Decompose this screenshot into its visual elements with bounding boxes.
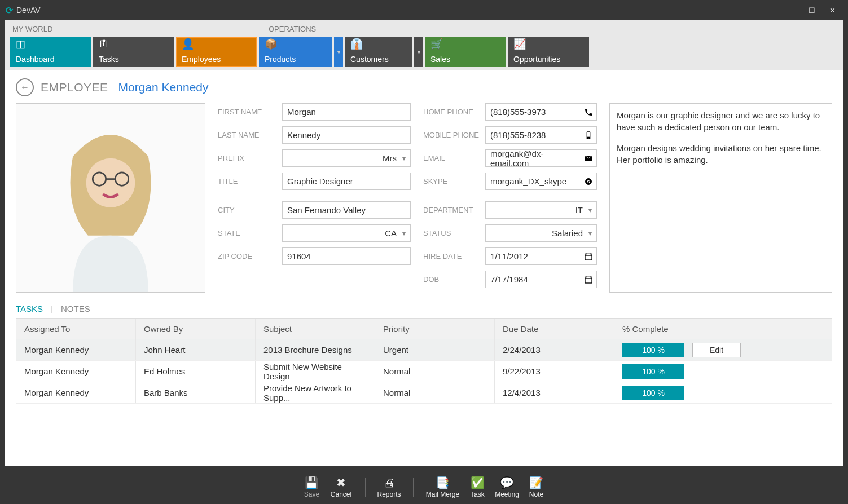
mobile-phone-input[interactable]: (818)555-8238: [485, 126, 597, 144]
home-phone-label: HOME PHONE: [423, 108, 485, 116]
footer-cancel-button[interactable]: ✖Cancel: [327, 476, 356, 498]
pct-badge: 100 %: [622, 343, 684, 357]
ribbon-section-myworld: MY WORLD: [10, 25, 266, 33]
first-name-label: FIRST NAME: [218, 108, 282, 116]
meeting-icon: 💬: [500, 476, 514, 489]
tab-notes[interactable]: NOTES: [61, 304, 90, 313]
tie-icon: 👔: [350, 39, 407, 49]
status-select[interactable]: Salaried: [485, 224, 597, 242]
col-assigned[interactable]: Assigned To: [16, 319, 136, 339]
zip-label: ZIP CODE: [218, 252, 282, 260]
department-label: DEPARTMENT: [423, 206, 485, 214]
footer-save-button[interactable]: 💾Save: [297, 476, 327, 498]
cancel-icon: ✖: [336, 476, 346, 489]
state-label: STATE: [218, 229, 282, 237]
tile-opportunities[interactable]: 📈Opportunities: [508, 37, 589, 67]
notes-p1: Morgan is our graphic designer and we ar…: [617, 109, 825, 133]
page-header: ← EMPLOYEE Morgan Kennedy: [16, 78, 832, 96]
table-row[interactable]: Morgan KennedyBarb BanksProvide New Artw…: [16, 382, 832, 404]
mobile-phone-label: MOBILE PHONE: [423, 131, 485, 139]
skype-icon: S: [584, 177, 593, 186]
prefix-label: PREFIX: [218, 154, 282, 162]
save-icon: 💾: [305, 476, 319, 489]
svg-rect-7: [587, 132, 590, 136]
email-label: EMAIL: [423, 154, 485, 162]
table-row[interactable]: Morgan KennedyEd HolmesSubmit New Websit…: [16, 361, 832, 382]
pct-badge: 100 %: [622, 386, 684, 400]
dashboard-icon: ◫: [16, 39, 86, 49]
last-name-label: LAST NAME: [218, 131, 282, 139]
edit-button[interactable]: Edit: [692, 343, 741, 357]
tile-products[interactable]: 📦Products: [259, 37, 332, 67]
skype-input[interactable]: morgank_DX_skypeS: [485, 173, 597, 190]
tile-customers[interactable]: 👔Customers: [345, 37, 412, 67]
footer-note-button[interactable]: 📝Note: [522, 476, 551, 498]
calendar-icon[interactable]: [584, 252, 593, 261]
back-button[interactable]: ←: [16, 78, 34, 96]
table-row[interactable]: Morgan KennedyJohn Heart2013 Brochure De…: [16, 339, 832, 361]
title-label: TITLE: [218, 177, 282, 185]
col-priority[interactable]: Priority: [375, 319, 495, 339]
hire-date-input[interactable]: 1/11/2012: [485, 247, 597, 265]
footer-reports-button[interactable]: 🖨Reports: [375, 476, 404, 498]
printer-icon: 🖨: [384, 476, 395, 489]
pct-badge: 100 %: [622, 364, 684, 379]
dob-label: DOB: [423, 275, 485, 284]
box-icon: 📦: [265, 39, 327, 49]
tab-tasks[interactable]: TASKS: [16, 304, 43, 313]
svg-rect-11: [585, 254, 592, 260]
svg-point-8: [588, 138, 588, 138]
tile-employees[interactable]: 👤Employees: [176, 37, 257, 67]
title-input[interactable]: Graphic Designer: [282, 173, 411, 190]
mailmerge-icon: 📑: [436, 476, 450, 489]
tile-customers-dropdown[interactable]: ▾: [414, 37, 423, 67]
subtabs: TASKS | NOTES: [16, 304, 832, 313]
app-logo-icon: ⟳: [6, 5, 13, 16]
person-icon: 👤: [182, 39, 252, 49]
department-select[interactable]: IT: [485, 201, 597, 219]
svg-rect-15: [585, 277, 592, 283]
tile-tasks[interactable]: 🗓Tasks: [93, 37, 174, 67]
email-input[interactable]: morgank@dx-email.com: [485, 149, 597, 167]
last-name-input[interactable]: Kennedy: [282, 126, 411, 144]
notes-p2: Morgan designs wedding invitations on he…: [617, 142, 825, 166]
grid-header-row: Assigned To Owned By Subject Priority Du…: [16, 318, 832, 339]
employee-notes[interactable]: Morgan is our graphic designer and we ar…: [609, 103, 832, 293]
svg-text:S: S: [587, 179, 590, 184]
state-select[interactable]: CA: [282, 224, 411, 242]
first-name-input[interactable]: Morgan: [282, 103, 411, 121]
note-icon: 📝: [529, 476, 543, 489]
mail-icon: [584, 154, 593, 163]
tile-products-dropdown[interactable]: ▾: [334, 37, 343, 67]
prefix-select[interactable]: Mrs: [282, 149, 411, 167]
footer-meeting-button[interactable]: 💬Meeting: [493, 476, 522, 498]
window-minimize-button[interactable]: —: [781, 6, 802, 15]
employee-photo: [16, 103, 205, 293]
dob-input[interactable]: 7/17/1984: [485, 271, 597, 288]
cart-icon: 🛒: [430, 39, 500, 49]
tasks-grid: Assigned To Owned By Subject Priority Du…: [16, 318, 832, 404]
chart-icon: 📈: [513, 39, 583, 49]
tile-sales[interactable]: 🛒Sales: [425, 37, 506, 67]
zip-input[interactable]: 91604: [282, 247, 411, 265]
titlebar: ⟳ DevAV — ☐ ✕: [0, 0, 848, 20]
tile-dashboard[interactable]: ◫Dashboard: [10, 37, 91, 67]
ribbon: MY WORLD OPERATIONS ◫Dashboard 🗓Tasks 👤E…: [5, 20, 843, 70]
city-label: CITY: [218, 206, 282, 214]
page-title: Morgan Kennedy: [118, 81, 209, 94]
home-phone-input[interactable]: (818)555-3973: [485, 103, 597, 121]
col-pct[interactable]: % Complete: [614, 319, 832, 339]
col-owned[interactable]: Owned By: [136, 319, 256, 339]
calendar-icon: 🗓: [99, 39, 169, 49]
footer-task-button[interactable]: ✅Task: [463, 476, 493, 498]
app-title: DevAV: [16, 6, 41, 15]
status-label: STATUS: [423, 229, 485, 237]
col-due[interactable]: Due Date: [495, 319, 614, 339]
calendar-icon[interactable]: [584, 275, 593, 284]
col-subject[interactable]: Subject: [256, 319, 375, 339]
footer-mailmerge-button[interactable]: 📑Mail Merge: [423, 476, 463, 498]
city-input[interactable]: San Fernando Valley: [282, 201, 411, 219]
window-close-button[interactable]: ✕: [822, 6, 842, 15]
window-maximize-button[interactable]: ☐: [802, 6, 822, 15]
ribbon-section-operations: OPERATIONS: [266, 25, 316, 33]
